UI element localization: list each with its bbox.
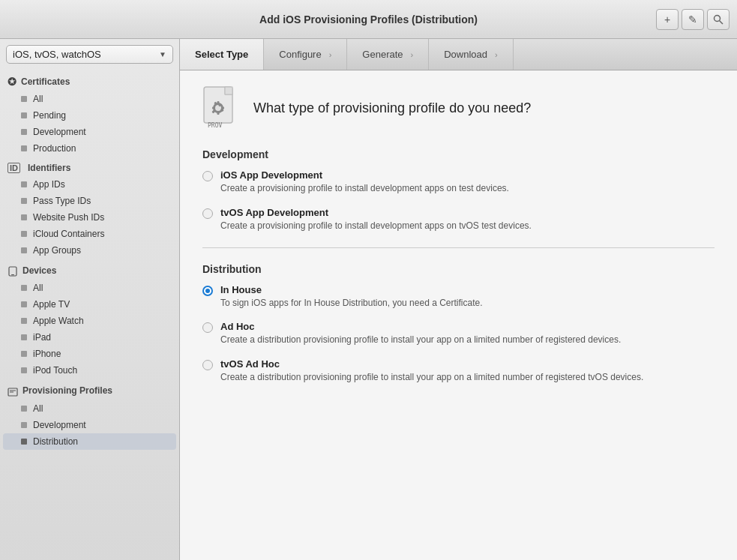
sidebar-item-ipod-touch[interactable]: iPod Touch bbox=[0, 362, 179, 379]
chevron-down-icon: ▼ bbox=[159, 50, 166, 58]
tab-bar: Select Type Configure › Generate › Downl… bbox=[180, 39, 737, 70]
main-layout: iOS, tvOS, watchOS ▼ ✪ Certificates All … bbox=[0, 39, 737, 560]
certificates-icon: ✪ bbox=[7, 76, 16, 88]
tvos-ad-hoc-radio[interactable] bbox=[202, 360, 213, 370]
svg-rect-14 bbox=[212, 107, 215, 109]
tab-download[interactable]: Download › bbox=[429, 39, 514, 70]
tvos-ad-hoc-option[interactable]: tvOS Ad Hoc Create a distribution provis… bbox=[202, 358, 715, 384]
svg-line-1 bbox=[720, 20, 724, 24]
certificates-section-header: ✪ Certificates bbox=[0, 70, 179, 91]
profile-header: PROV What type of provisioning profile d… bbox=[202, 85, 715, 130]
chevron-right-icon: › bbox=[495, 50, 498, 59]
sidebar-item-profiles-development[interactable]: Development bbox=[0, 417, 179, 433]
ad-hoc-desc: Create a distribution provisioning profi… bbox=[220, 334, 621, 346]
devices-icon bbox=[7, 265, 18, 277]
tab-select-type[interactable]: Select Type bbox=[180, 39, 264, 70]
title-bar: Add iOS Provisioning Profiles (Distribut… bbox=[0, 0, 737, 39]
development-section: Development iOS App Development Create a… bbox=[202, 148, 715, 232]
svg-rect-12 bbox=[217, 112, 220, 115]
distribution-title: Distribution bbox=[202, 263, 715, 275]
ios-app-dev-desc: Create a provisioning profile to install… bbox=[220, 182, 509, 195]
identifiers-label: Identifiers bbox=[28, 163, 70, 173]
sidebar-item-profiles-distribution[interactable]: Distribution bbox=[3, 433, 176, 450]
title-bar-actions: + ✎ bbox=[656, 9, 730, 30]
identifiers-section-header: ID Identifiers bbox=[0, 157, 179, 176]
sidebar-item-certs-development[interactable]: Development bbox=[0, 124, 179, 140]
tvos-app-dev-radio[interactable] bbox=[202, 208, 213, 219]
edit-button[interactable]: ✎ bbox=[682, 9, 704, 30]
sidebar-item-website-push-ids[interactable]: Website Push IDs bbox=[0, 209, 179, 226]
identifiers-icon: ID bbox=[7, 163, 20, 173]
distribution-section: Distribution In House To sign iOS apps f… bbox=[202, 263, 715, 384]
tvos-app-dev-label: tvOS App Development bbox=[220, 207, 532, 218]
tab-configure[interactable]: Configure › bbox=[264, 39, 347, 70]
section-divider bbox=[202, 247, 715, 248]
search-button[interactable] bbox=[707, 9, 730, 30]
platform-dropdown-label: iOS, tvOS, watchOS bbox=[13, 49, 101, 60]
tvos-app-dev-option[interactable]: tvOS App Development Create a provisioni… bbox=[202, 207, 715, 232]
content-body: PROV What type of provisioning profile d… bbox=[180, 70, 737, 560]
sidebar-item-app-groups[interactable]: App Groups bbox=[0, 242, 179, 259]
sidebar-item-certs-all[interactable]: All bbox=[0, 91, 179, 107]
ad-hoc-label: Ad Hoc bbox=[220, 321, 621, 332]
add-button[interactable]: + bbox=[656, 9, 679, 30]
tvos-ad-hoc-label: tvOS Ad Hoc bbox=[220, 358, 643, 370]
in-house-option[interactable]: In House To sign iOS apps for In House D… bbox=[202, 284, 715, 310]
ios-app-dev-option[interactable]: iOS App Development Create a provisionin… bbox=[202, 169, 715, 195]
devices-section-header: Devices bbox=[0, 259, 179, 280]
ad-hoc-radio[interactable] bbox=[202, 322, 213, 333]
sidebar-item-certs-production[interactable]: Production bbox=[0, 140, 179, 157]
in-house-radio[interactable] bbox=[202, 286, 213, 296]
sidebar: iOS, tvOS, watchOS ▼ ✪ Certificates All … bbox=[0, 39, 180, 560]
sidebar-item-apple-tv[interactable]: Apple TV bbox=[0, 296, 179, 313]
provisioning-label: Provisioning Profiles bbox=[22, 385, 112, 396]
development-title: Development bbox=[202, 148, 715, 160]
sidebar-item-ipad[interactable]: iPad bbox=[0, 329, 179, 346]
provisioning-section-header: Provisioning Profiles bbox=[0, 379, 179, 400]
in-house-desc: To sign iOS apps for In House Distributi… bbox=[220, 297, 483, 310]
sidebar-item-pass-type-ids[interactable]: Pass Type IDs bbox=[0, 193, 179, 209]
chevron-right-icon: › bbox=[329, 50, 332, 59]
profile-file-icon: PROV bbox=[202, 85, 241, 130]
in-house-label: In House bbox=[220, 284, 483, 295]
sidebar-item-icloud-containers[interactable]: iCloud Containers bbox=[0, 226, 179, 242]
svg-rect-8 bbox=[225, 87, 232, 94]
ad-hoc-option[interactable]: Ad Hoc Create a distribution provisionin… bbox=[202, 321, 715, 346]
profile-question: What type of provisioning profile do you… bbox=[253, 100, 531, 116]
chevron-right-icon: › bbox=[411, 50, 414, 59]
ios-app-dev-label: iOS App Development bbox=[220, 169, 509, 181]
content-area: Select Type Configure › Generate › Downl… bbox=[180, 39, 737, 560]
svg-rect-3 bbox=[11, 274, 14, 275]
sidebar-item-iphone[interactable]: iPhone bbox=[0, 346, 179, 362]
sidebar-item-devices-all[interactable]: All bbox=[0, 280, 179, 296]
platform-dropdown[interactable]: iOS, tvOS, watchOS ▼ bbox=[6, 45, 173, 64]
svg-text:PROV: PROV bbox=[208, 122, 222, 129]
tvos-app-dev-desc: Create a provisioning profile to install… bbox=[220, 220, 532, 232]
sidebar-item-app-ids[interactable]: App IDs bbox=[0, 176, 179, 193]
window-title: Add iOS Provisioning Profiles (Distribut… bbox=[259, 13, 478, 25]
provisioning-icon bbox=[7, 385, 18, 397]
sidebar-item-apple-watch[interactable]: Apple Watch bbox=[0, 313, 179, 329]
tvos-ad-hoc-desc: Create a distribution provisioning profi… bbox=[220, 371, 643, 384]
svg-point-0 bbox=[715, 15, 721, 21]
devices-label: Devices bbox=[22, 265, 56, 276]
ios-app-dev-radio[interactable] bbox=[202, 171, 213, 181]
sidebar-item-certs-pending[interactable]: Pending bbox=[0, 107, 179, 124]
sidebar-item-profiles-all[interactable]: All bbox=[0, 400, 179, 417]
svg-rect-11 bbox=[217, 101, 220, 104]
tab-generate[interactable]: Generate › bbox=[347, 39, 429, 70]
certificates-label: Certificates bbox=[21, 76, 70, 87]
